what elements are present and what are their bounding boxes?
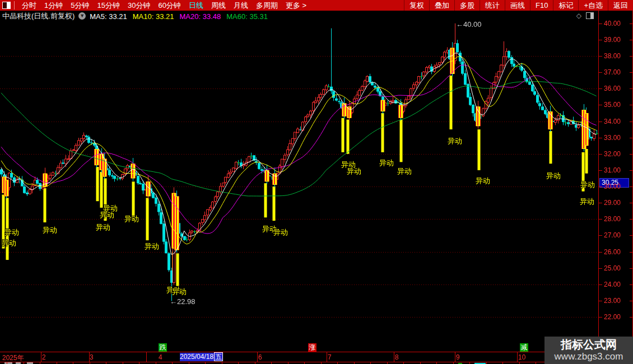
- date-tick-mark: [89, 352, 90, 362]
- price-tick-mark: [599, 170, 602, 171]
- toolbar-button-统计[interactable]: 统计: [480, 0, 505, 11]
- price-tick-mark: [599, 105, 602, 105]
- price-tick-mark: [630, 122, 632, 122]
- menu-left: 分时1分钟5分钟15分钟30分钟60分钟日线周线月线多周期更多 >: [0, 0, 310, 11]
- price-tick-label: 36.00: [604, 85, 621, 92]
- price-tick-mark: [630, 24, 632, 24]
- date-tick-mark: [455, 352, 455, 362]
- minor-tick-mark: [172, 362, 173, 364]
- menu-item-15分钟[interactable]: 15分钟: [97, 1, 119, 11]
- price-tick-label: 40.00: [604, 20, 621, 27]
- menu-item-分时[interactable]: 分时: [22, 1, 36, 11]
- price-tick-mark: [599, 235, 602, 236]
- price-tick-label: 23.00: [604, 297, 621, 305]
- date-tick-mark: [257, 352, 258, 362]
- price-tick-label: 39.00: [604, 36, 621, 44]
- minor-tick-mark: [189, 362, 189, 364]
- minor-tick-mark: [271, 362, 272, 364]
- price-tick-mark: [599, 72, 602, 73]
- diamond-icon[interactable]: ◇: [576, 12, 581, 20]
- toolbar-button-画线[interactable]: 画线: [505, 0, 530, 11]
- date-tick-label: 2: [42, 353, 46, 361]
- minor-tick-mark: [354, 362, 355, 364]
- toolbar-button-标记[interactable]: 标记: [553, 0, 578, 11]
- price-tick-label: 31.00: [604, 166, 621, 174]
- price-tick-mark: [599, 317, 602, 318]
- price-tick-label: 35.00: [604, 101, 621, 109]
- menu-item-60分钟[interactable]: 60分钟: [158, 1, 180, 11]
- selected-date-badge: 2025/04/18五: [180, 353, 222, 361]
- menu-right: 复权叠加多股统计画线F10标记+自选返回: [404, 0, 633, 11]
- date-tick-label: 6: [258, 353, 262, 361]
- date-tick-label: 4: [159, 353, 162, 361]
- minor-tick-mark: [205, 362, 206, 364]
- chevron-down-icon[interactable]: ▼: [78, 12, 86, 20]
- minor-tick-mark: [403, 362, 404, 364]
- date-tick-label: 8: [395, 353, 399, 361]
- price-tick-mark: [630, 170, 632, 171]
- date-axis: 2025/04/18五 2025年234678910: [0, 352, 633, 362]
- minor-tick-mark: [304, 362, 305, 364]
- minor-tick-mark: [288, 362, 288, 364]
- price-tick-mark: [599, 268, 602, 269]
- ma-label-2: MA20: 33.48: [180, 12, 221, 21]
- window-icon[interactable]: [2, 2, 11, 9]
- price-tick-mark: [630, 284, 632, 285]
- selected-weekday: 五: [214, 352, 223, 361]
- minor-tick-mark: [453, 362, 454, 364]
- toolbar-button-多股[interactable]: 多股: [454, 0, 480, 11]
- minor-tick-mark: [519, 362, 520, 364]
- ma-label-0: MA5: 33.21: [90, 12, 127, 21]
- minor-tick-mark: [536, 362, 536, 364]
- menu-item-多周期[interactable]: 多周期: [256, 1, 278, 11]
- price-tick-mark: [599, 284, 602, 285]
- price-tick-mark: [630, 72, 632, 73]
- toolbar-button-叠加[interactable]: 叠加: [429, 0, 454, 11]
- menu-item-更多 >[interactable]: 更多 >: [286, 1, 306, 11]
- toolbar-button-+自选[interactable]: +自选: [578, 0, 608, 11]
- minor-tick-mark: [57, 362, 57, 364]
- price-tick-label: 28.00: [604, 215, 621, 223]
- minor-tick-mark: [469, 362, 470, 364]
- menu-item-30分钟[interactable]: 30分钟: [128, 1, 150, 11]
- menu-item-5分钟[interactable]: 5分钟: [71, 1, 89, 11]
- price-tick-mark: [630, 105, 632, 105]
- price-tick-mark: [630, 138, 632, 138]
- minor-tick-mark: [420, 362, 421, 364]
- top-menu-bar: 分时1分钟5分钟15分钟30分钟60分钟日线周线月线多周期更多 > 复权叠加多股…: [0, 0, 633, 11]
- toolbar-button-返回[interactable]: 返回: [608, 0, 633, 11]
- candlestick-chart-canvas[interactable]: [0, 21, 598, 352]
- minor-tick-mark: [222, 362, 222, 364]
- menu-item-日线[interactable]: 日线: [189, 1, 203, 11]
- split-panel-icon[interactable]: [586, 12, 594, 19]
- toolbar-button-F10[interactable]: F10: [530, 0, 553, 11]
- price-tick-mark: [630, 301, 632, 301]
- price-tick-mark: [599, 203, 602, 203]
- menu-divider: [14, 1, 15, 10]
- price-tick-mark: [630, 186, 632, 187]
- axis-bottom-border: [0, 362, 633, 362]
- menu-item-1分钟[interactable]: 1分钟: [44, 1, 63, 11]
- minor-tick-mark: [156, 362, 156, 364]
- price-tick-mark: [630, 154, 632, 155]
- price-tick-label: 33.00: [604, 134, 621, 142]
- price-tick-mark: [599, 154, 602, 155]
- price-tick-label: 30.00: [604, 183, 621, 190]
- menu-item-月线[interactable]: 月线: [234, 1, 248, 11]
- price-tick-mark: [599, 56, 602, 57]
- ma-label-1: MA10: 33.21: [133, 12, 174, 21]
- price-tick-mark: [630, 235, 632, 236]
- menu-item-周线[interactable]: 周线: [211, 1, 226, 11]
- toolbar-button-复权[interactable]: 复权: [404, 0, 429, 11]
- watermark: 指标公式网 www.zbgs3.com: [544, 337, 633, 364]
- price-tick-label: 32.00: [604, 150, 621, 158]
- minor-tick-mark: [90, 362, 90, 364]
- price-tick-mark: [630, 317, 632, 318]
- minor-tick-mark: [255, 362, 255, 364]
- price-tick-mark: [630, 88, 632, 89]
- title-bar: 中晶科技(日线.前复权) ▼ MA5: 33.21MA10: 33.21MA20…: [0, 11, 633, 21]
- watermark-site-url: www.zbgs3.com: [555, 351, 623, 362]
- minor-tick-mark: [123, 362, 123, 364]
- price-tick-mark: [599, 301, 602, 301]
- selected-date: 2025/04/18: [180, 353, 213, 361]
